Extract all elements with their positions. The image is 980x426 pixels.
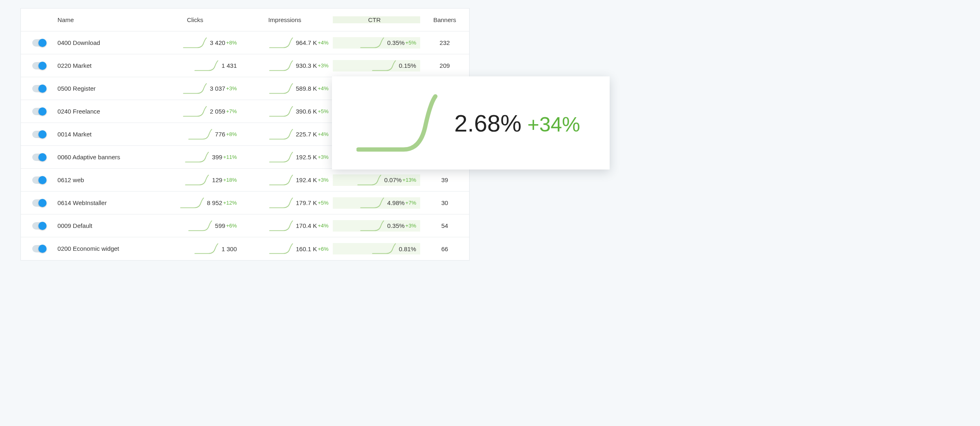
row-toggle[interactable]: [32, 176, 46, 184]
sparkline-icon: [372, 60, 396, 71]
clicks-value: 3 037: [210, 85, 225, 92]
row-toggle[interactable]: [32, 85, 46, 92]
sparkline-icon: [194, 60, 219, 71]
sparkline-icon: [357, 174, 382, 186]
banners-value: 209: [440, 62, 450, 69]
impressions-value: 192.4 K: [296, 176, 317, 183]
impressions-delta: +5%: [318, 108, 328, 114]
clicks-value: 399: [212, 154, 222, 161]
ctr-value: 4.98%: [387, 199, 405, 206]
clicks-value: 129: [212, 176, 222, 183]
sparkline-icon: [188, 220, 213, 232]
header-impressions: Impressions: [268, 16, 301, 23]
sparkline-icon: [183, 83, 207, 94]
row-toggle[interactable]: [32, 245, 46, 252]
sparkline-icon: [269, 129, 294, 140]
row-toggle[interactable]: [32, 39, 46, 47]
impressions-delta: +5%: [318, 200, 328, 206]
impressions-value: 179.7 K: [296, 199, 317, 206]
sparkline-icon: [269, 220, 294, 232]
row-name[interactable]: 0200 Economic widget: [58, 245, 119, 252]
row-toggle[interactable]: [32, 108, 46, 115]
table-row: 0220 Market1 431930.3 K +3%0.15%209: [21, 54, 469, 77]
clicks-value: 599: [215, 222, 225, 229]
clicks-delta: +8%: [226, 131, 237, 137]
clicks-value: 8 952: [207, 199, 223, 206]
row-toggle[interactable]: [32, 131, 46, 138]
row-toggle[interactable]: [32, 62, 46, 69]
row-name[interactable]: 0500 Register: [58, 85, 96, 92]
table-header-row: Name Clicks Impressions CTR Banners: [21, 9, 469, 31]
table-row: 0400 Download3 420 +8%964.7 K +4%0.35% +…: [21, 31, 469, 54]
impressions-delta: +3%: [318, 62, 328, 69]
sparkline-icon: [360, 220, 385, 232]
header-banners: Banners: [433, 16, 456, 23]
impressions-delta: +3%: [318, 177, 328, 183]
sparkline-icon: [360, 197, 385, 209]
ctr-value: 0.07%: [384, 176, 402, 183]
table-row: 0614 WebInstaller8 952 +12%179.7 K +5%4.…: [21, 192, 469, 214]
banners-value: 66: [441, 245, 448, 252]
sparkline-icon: [269, 83, 294, 94]
row-toggle[interactable]: [32, 154, 46, 161]
sparkline-icon: [180, 197, 205, 209]
row-name[interactable]: 0009 Default: [58, 222, 92, 229]
sparkline-icon: [269, 152, 294, 163]
header-name: Name: [58, 16, 74, 23]
clicks-value: 1 431: [221, 62, 237, 69]
row-name[interactable]: 0612 web: [58, 176, 84, 183]
row-name[interactable]: 0060 Adaptive banners: [58, 154, 120, 161]
ctr-value: 0.15%: [399, 62, 416, 69]
callout-delta: +34%: [528, 113, 580, 136]
sparkline-icon: [269, 60, 294, 71]
header-ctr: CTR: [368, 16, 381, 23]
impressions-value: 160.1 K: [296, 245, 317, 252]
banners-value: 39: [441, 176, 448, 183]
impressions-delta: +6%: [318, 246, 328, 252]
impressions-value: 170.4 K: [296, 222, 317, 229]
row-name[interactable]: 0240 Freelance: [58, 108, 100, 115]
clicks-delta: +3%: [226, 85, 237, 91]
banners-value: 232: [440, 39, 450, 46]
impressions-delta: +4%: [318, 131, 328, 137]
ctr-delta: +3%: [405, 223, 416, 229]
sparkline-icon: [269, 243, 294, 254]
clicks-value: 3 420: [210, 39, 225, 46]
sparkline-icon: [188, 129, 213, 140]
sparkline-icon: [269, 197, 294, 209]
clicks-value: 776: [215, 131, 225, 138]
impressions-delta: +4%: [318, 40, 328, 46]
clicks-delta: +7%: [226, 108, 237, 114]
clicks-delta: +6%: [226, 223, 237, 229]
row-name[interactable]: 0400 Download: [58, 39, 100, 46]
clicks-delta: +12%: [223, 200, 237, 206]
ctr-zoom-callout: 2.68% +34%: [332, 76, 610, 170]
impressions-value: 192.5 K: [296, 154, 317, 161]
impressions-delta: +4%: [318, 85, 328, 91]
sparkline-icon: [183, 37, 207, 49]
impressions-value: 225.7 K: [296, 131, 317, 138]
ctr-delta: +13%: [403, 177, 416, 183]
sparkline-icon: [269, 174, 294, 186]
ctr-delta: +5%: [405, 40, 416, 46]
banners-value: 30: [441, 199, 448, 206]
ctr-value: 0.81%: [399, 245, 416, 252]
clicks-value: 2 059: [210, 108, 225, 115]
table-row: 0009 Default599 +6%170.4 K +4%0.35% +3%5…: [21, 214, 469, 237]
sparkline-icon: [185, 174, 209, 186]
row-toggle[interactable]: [32, 199, 46, 207]
callout-value: 2.68%: [454, 110, 521, 136]
row-name[interactable]: 0014 Market: [58, 131, 91, 138]
impressions-value: 964.7 K: [296, 39, 317, 46]
row-toggle[interactable]: [32, 222, 46, 230]
row-name[interactable]: 0614 WebInstaller: [58, 199, 107, 206]
sparkline-icon: [372, 243, 396, 254]
banners-value: 54: [441, 222, 448, 229]
impressions-delta: +4%: [318, 223, 328, 229]
sparkline-icon: [356, 92, 442, 154]
table-row: 0612 web129 +18%192.4 K +3%0.07% +13%39: [21, 169, 469, 192]
row-name[interactable]: 0220 Market: [58, 62, 91, 69]
sparkline-icon: [360, 37, 385, 49]
impressions-delta: +3%: [318, 154, 328, 160]
impressions-value: 930.3 K: [296, 62, 317, 69]
